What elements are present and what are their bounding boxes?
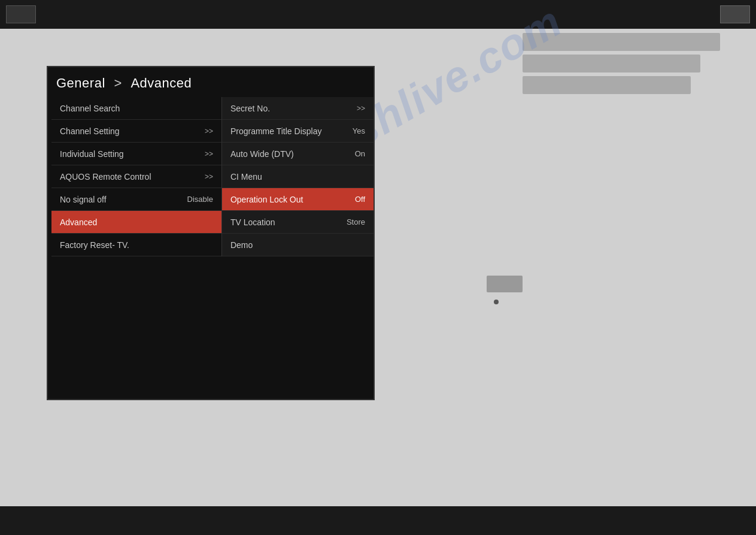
right-item-label: Operation Lock Out — [230, 195, 303, 204]
menu-container: Channel Search Channel Setting >> Indivi… — [51, 97, 374, 256]
right-item-tv-location[interactable]: TV Location Store — [222, 211, 374, 234]
right-sidebar — [523, 33, 720, 98]
left-item-label: Channel Search — [60, 104, 120, 113]
breadcrumb-parent: General — [56, 75, 105, 90]
bottom-bar — [0, 506, 756, 535]
right-item-value: Off — [355, 195, 365, 204]
left-item-individual-setting[interactable]: Individual Setting >> — [51, 143, 221, 165]
right-item-label: CI Menu — [230, 172, 262, 182]
right-item-label: TV Location — [230, 217, 275, 227]
left-item-label: Advanced — [60, 217, 97, 227]
chevron-icon: >> — [205, 127, 213, 135]
right-item-label: Auto Wide (DTV) — [230, 149, 294, 159]
left-item-label: No signal off — [60, 195, 107, 204]
small-button[interactable] — [487, 276, 523, 292]
right-item-label: Programme Title Display — [230, 126, 322, 136]
bullet-dot — [494, 300, 499, 304]
left-item-factory-reset[interactable]: Factory Reset- TV. — [51, 234, 221, 256]
sidebar-bar-2 — [523, 55, 700, 72]
right-item-ci-menu[interactable]: CI Menu — [222, 165, 374, 188]
right-item-label: Secret No. — [230, 104, 270, 113]
left-item-channel-search[interactable]: Channel Search — [51, 97, 221, 120]
right-panel: Secret No. >> Programme Title Display Ye… — [221, 97, 374, 256]
right-item-secret-no[interactable]: Secret No. >> — [222, 97, 374, 120]
right-item-value: On — [355, 149, 365, 158]
left-item-label: Factory Reset- TV. — [60, 240, 129, 250]
logo — [6, 5, 36, 23]
chevron-icon: >> — [205, 150, 213, 158]
chevron-double-icon: >> — [357, 104, 365, 113]
left-item-value: Disable — [187, 195, 213, 204]
sidebar-bar-3 — [523, 76, 691, 94]
right-item-label: Demo — [230, 240, 253, 250]
breadcrumb-current: Advanced — [130, 75, 192, 90]
tv-screen: General > Advanced Channel Search Channe… — [47, 66, 375, 400]
left-item-label: Individual Setting — [60, 149, 124, 159]
left-item-aquos-remote[interactable]: AQUOS Remote Control >> — [51, 165, 221, 188]
right-item-operation-lockout[interactable]: Operation Lock Out Off — [222, 188, 374, 211]
left-item-no-signal[interactable]: No signal off Disable — [51, 188, 221, 211]
left-item-advanced[interactable]: Advanced — [51, 211, 221, 234]
sidebar-bar-1 — [523, 33, 720, 51]
left-panel: Channel Search Channel Setting >> Indivi… — [51, 97, 221, 256]
breadcrumb-separator: > — [114, 75, 122, 90]
left-item-label: Channel Setting — [60, 126, 120, 136]
left-item-label: AQUOS Remote Control — [60, 172, 151, 182]
chevron-icon: >> — [205, 173, 213, 181]
right-item-value: Store — [347, 217, 365, 226]
breadcrumb: General > Advanced — [48, 67, 374, 97]
left-item-channel-setting[interactable]: Channel Setting >> — [51, 120, 221, 143]
right-item-programme-title[interactable]: Programme Title Display Yes — [222, 120, 374, 143]
top-bar — [0, 0, 756, 29]
right-item-value: Yes — [353, 126, 365, 135]
top-bar-button[interactable] — [720, 5, 750, 23]
right-item-auto-wide[interactable]: Auto Wide (DTV) On — [222, 143, 374, 165]
right-item-demo[interactable]: Demo — [222, 234, 374, 256]
